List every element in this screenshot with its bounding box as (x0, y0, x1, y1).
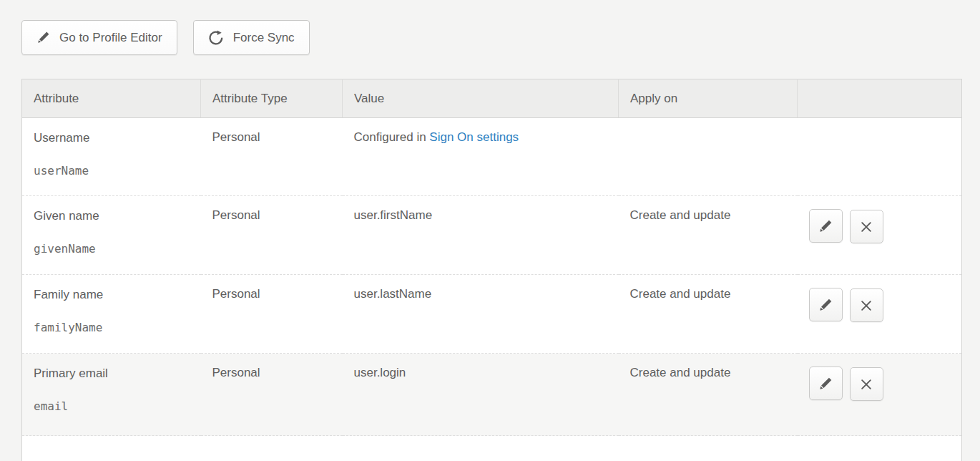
remove-attribute-button[interactable] (850, 367, 883, 401)
attribute-cell: Primary emailemail (22, 354, 201, 436)
table-row-partial (22, 436, 962, 461)
pencil-icon (818, 377, 833, 391)
go-to-profile-editor-label: Go to Profile Editor (59, 31, 162, 45)
apply-on-value: Create and update (630, 208, 731, 222)
remove-attribute-button[interactable] (850, 210, 883, 243)
value-text: user.firstName (354, 208, 433, 222)
attribute-mappings-page: Go to Profile Editor Force Sync Attribut… (0, 0, 980, 461)
attribute-type-value: Personal (212, 287, 260, 301)
apply-on-value: Create and update (630, 287, 731, 301)
column-header-apply-on: Apply on (619, 79, 798, 118)
actions-cell (798, 118, 962, 196)
refresh-icon (208, 30, 224, 46)
attribute-table-body: UsernameuserNamePersonalConfigured in Si… (22, 118, 962, 461)
force-sync-label: Force Sync (233, 31, 295, 45)
remove-attribute-button[interactable] (850, 288, 883, 322)
attribute-type-cell: Personal (201, 196, 343, 275)
attribute-type-cell: Personal (201, 354, 343, 436)
attribute-variable-name: givenName (34, 242, 190, 256)
toolbar: Go to Profile Editor Force Sync (21, 20, 961, 55)
attribute-cell: Given namegivenName (22, 196, 201, 275)
apply-on-cell: Create and update (619, 354, 798, 436)
actions-cell (798, 196, 962, 275)
attribute-type-cell: Personal (201, 118, 343, 196)
column-header-attribute: Attribute (22, 79, 201, 118)
x-icon (860, 299, 873, 312)
column-header-value: Value (343, 79, 619, 118)
column-header-actions (798, 79, 962, 118)
attribute-mappings-table: Attribute Attribute Type Value Apply on … (21, 79, 962, 461)
edit-attribute-button[interactable] (809, 367, 843, 400)
table-row: Primary emailemailPersonaluser.loginCrea… (22, 354, 962, 436)
column-header-attribute-type: Attribute Type (201, 79, 343, 118)
value-cell: Configured in Sign On settings (343, 118, 619, 196)
value-cell: user.login (343, 354, 619, 436)
table-row: UsernameuserNamePersonalConfigured in Si… (22, 118, 962, 196)
attribute-type-value: Personal (212, 366, 260, 379)
actions-cell (798, 354, 962, 436)
go-to-profile-editor-button[interactable]: Go to Profile Editor (21, 20, 177, 55)
attribute-type-value: Personal (212, 208, 260, 222)
apply-on-cell: Create and update (619, 275, 798, 354)
attribute-label: Primary email (34, 366, 190, 381)
force-sync-button[interactable]: Force Sync (193, 20, 310, 55)
pencil-icon (36, 31, 50, 44)
value-cell: user.firstName (343, 196, 619, 275)
attribute-type-cell: Personal (201, 275, 343, 354)
attribute-variable-name: userName (34, 164, 190, 178)
apply-on-cell: Create and update (619, 196, 798, 275)
edit-attribute-button[interactable] (809, 209, 843, 243)
attribute-cell: UsernameuserName (22, 118, 201, 196)
actions-cell (798, 275, 962, 354)
attribute-variable-name: email (34, 399, 190, 414)
value-prefix-text: Configured in (354, 130, 430, 144)
attribute-label: Username (34, 130, 190, 145)
attribute-label: Family name (34, 287, 190, 302)
apply-on-value: Create and update (630, 366, 731, 379)
value-text: user.lastName (354, 287, 432, 301)
x-icon (860, 378, 873, 391)
x-icon (860, 220, 873, 233)
apply-on-cell (619, 118, 798, 196)
edit-attribute-button[interactable] (809, 288, 843, 321)
value-cell: user.lastName (343, 275, 619, 354)
table-row: Given namegivenNamePersonaluser.firstNam… (22, 196, 962, 275)
table-row: Family namefamilyNamePersonaluser.lastNa… (22, 275, 962, 354)
pencil-icon (818, 298, 833, 312)
sign-on-settings-link[interactable]: Sign On settings (429, 130, 519, 144)
empty-cell (22, 436, 962, 461)
attribute-cell: Family namefamilyName (22, 275, 201, 354)
table-header: Attribute Attribute Type Value Apply on (22, 79, 962, 118)
value-text: user.login (354, 366, 406, 379)
attribute-type-value: Personal (212, 130, 260, 144)
pencil-icon (818, 219, 833, 233)
attribute-label: Given name (34, 208, 190, 223)
attribute-variable-name: familyName (34, 321, 190, 335)
